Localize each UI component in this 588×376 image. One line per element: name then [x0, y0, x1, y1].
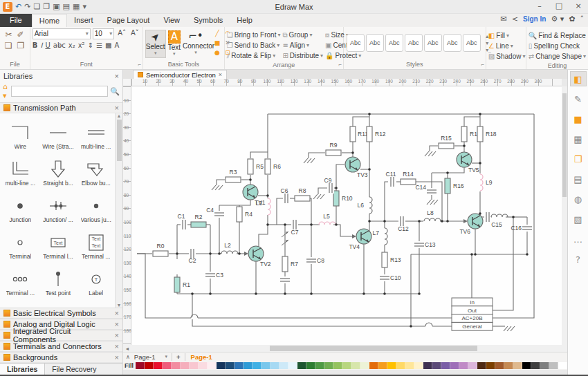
document-tab-close-icon[interactable]: ×	[219, 71, 222, 78]
maximize-button[interactable]: □	[549, 1, 569, 13]
color-swatch[interactable]	[199, 362, 208, 369]
color-swatch[interactable]	[486, 362, 495, 369]
page-selector[interactable]: Page-1▾	[134, 353, 172, 361]
sign-in-link[interactable]: Sign In	[523, 15, 546, 23]
color-swatch[interactable]	[549, 362, 558, 369]
font-format-9[interactable]: A	[114, 41, 119, 49]
arrange-rotate-flip[interactable]: ⫽Rotate & Flip▾	[227, 51, 281, 61]
color-swatch[interactable]	[306, 362, 315, 369]
color-swatch[interactable]	[324, 362, 333, 369]
color-swatch[interactable]	[414, 362, 423, 369]
library-item-various-ju[interactable]: Various ju...	[77, 188, 115, 225]
font-dialog-launcher[interactable]: ⌐	[138, 62, 141, 68]
vertical-scrollbar[interactable]	[562, 86, 567, 345]
share-icon[interactable]: <	[512, 15, 518, 24]
color-swatch[interactable]	[270, 362, 279, 369]
section-header-backgrounds[interactable]: Backgrounds×	[0, 352, 122, 363]
snapshot-icon[interactable]: ▦	[73, 2, 80, 11]
styles-dialog-launcher[interactable]: ⌐	[481, 62, 484, 68]
scroll-left-icon[interactable]: ◄	[123, 346, 131, 351]
library-item-transmiss[interactable]: Transmiss...	[1, 298, 39, 308]
select-tool[interactable]: ➤Select▾	[145, 30, 166, 58]
edraw-logo[interactable]: E	[3, 2, 12, 12]
font-format-4[interactable]: x₂	[68, 41, 75, 49]
library-item-test-point[interactable]: Test point	[39, 261, 77, 298]
style-preset-5[interactable]: Abc	[424, 34, 442, 52]
rect-shape-icon[interactable]: ■	[212, 39, 222, 48]
color-swatch[interactable]	[522, 362, 531, 369]
style-preset-1[interactable]: Abc	[347, 34, 365, 52]
style-preset-4[interactable]: Abc	[405, 34, 423, 52]
color-swatch[interactable]	[495, 362, 504, 369]
color-swatch[interactable]	[181, 362, 190, 369]
section-close-icon[interactable]: ×	[115, 331, 119, 339]
spelling-check-button[interactable]: ▯Spelling Check	[529, 41, 586, 51]
color-swatch[interactable]	[217, 362, 226, 369]
color-swatch[interactable]	[423, 362, 432, 369]
find-replace-button[interactable]: 🔍Find & Replace	[529, 31, 586, 41]
color-swatch[interactable]	[315, 362, 324, 369]
close-button[interactable]: ×	[569, 1, 588, 13]
theme-pane-icon[interactable]: ◧	[570, 71, 587, 86]
color-swatch[interactable]	[244, 362, 252, 369]
text-tool[interactable]: AText▾	[168, 30, 181, 58]
color-swatch[interactable]	[235, 362, 244, 369]
font-name-select[interactable]: Arial▾	[33, 28, 91, 39]
library-item-junction[interactable]: Junction/ ...	[39, 188, 77, 225]
arrange-bring-to-front[interactable]: ❏Bring to Front▾	[227, 30, 281, 40]
hscroll-thumb[interactable]	[270, 346, 477, 351]
color-swatch[interactable]	[459, 362, 468, 369]
library-item-terminal[interactable]: TextTextTerminal ...	[77, 225, 115, 261]
font-format-1[interactable]: I	[40, 41, 42, 49]
color-swatch[interactable]	[288, 362, 297, 369]
horizontal-scrollbar[interactable]: ◄	[123, 345, 567, 352]
section-header-transmission-path[interactable]: Transmission Path ×	[0, 102, 122, 113]
section-close-icon[interactable]: ×	[115, 309, 119, 317]
color-swatch[interactable]	[513, 362, 522, 369]
tab-file[interactable]: File	[0, 14, 32, 27]
tab-symbols[interactable]: Symbols	[187, 14, 230, 27]
scroll-down-icon[interactable]: ▼	[117, 303, 122, 308]
color-swatch[interactable]	[163, 362, 172, 369]
note-pane-icon[interactable]: ▤	[570, 171, 587, 187]
arrange-send-to-back[interactable]: ❐Send to Back▾	[227, 41, 281, 50]
document-tab[interactable]: Semiconductor Electron ×	[133, 70, 227, 79]
color-swatch[interactable]	[351, 362, 360, 369]
library-item-transmiss[interactable]: Transmiss...	[39, 298, 77, 308]
cut-icon[interactable]: ✂	[3, 30, 13, 39]
grow-font-button[interactable]: A˄	[116, 28, 127, 39]
redo-icon[interactable]: ↷	[24, 2, 30, 11]
collapse-ribbon-icon[interactable]: ˄	[580, 15, 585, 24]
edraw-community-icon[interactable]: ✿	[569, 15, 575, 24]
font-format-8[interactable]: ▩	[105, 41, 111, 49]
library-item-terminal-l[interactable]: TextTerminal l...	[39, 225, 77, 261]
color-swatch[interactable]	[154, 362, 163, 369]
arrange-align[interactable]: ≡Align▾	[282, 41, 323, 50]
library-item-elbow-bu[interactable]: Elbow bu...	[77, 151, 115, 188]
style-preset-2[interactable]: Abc	[366, 34, 384, 52]
ellipse-shape-icon[interactable]: ●	[212, 49, 222, 58]
page-tab-active[interactable]: Page-1	[185, 353, 212, 361]
color-swatch[interactable]	[226, 362, 235, 369]
paste-icon[interactable]: ❐	[16, 41, 26, 50]
arrange-group[interactable]: ⧉Group▾	[282, 30, 323, 40]
arrange-distribute[interactable]: ⊞Distribute▾	[282, 51, 323, 61]
section-header-basic-electrical-symbols[interactable]: Basic Electrical Symbols×	[0, 308, 122, 319]
line-shape-icon[interactable]: ╱	[212, 30, 222, 39]
tab-view[interactable]: View	[156, 14, 187, 27]
copy-icon[interactable]: ❏	[3, 41, 14, 50]
circuit-schematic[interactable]: R5R6R11R12R17R18R7R13R10R16R1R4R0R2R3R8R…	[131, 86, 562, 345]
open-icon[interactable]: ❐	[43, 2, 50, 11]
qa-more-icon[interactable]: ▾	[82, 2, 86, 11]
picture-pane-icon[interactable]: ▦	[570, 131, 587, 147]
settings-gear-icon[interactable]: ⚙ ▾	[551, 15, 564, 24]
color-swatch[interactable]	[504, 362, 513, 369]
color-swatch[interactable]	[396, 362, 405, 369]
format-painter-icon[interactable]: ✐	[16, 30, 26, 39]
tab-insert[interactable]: Insert	[67, 14, 100, 27]
font-format-3[interactable]: ab̶c	[53, 41, 66, 49]
tab-home[interactable]: Home	[32, 14, 67, 27]
format-pane-icon[interactable]: ✎	[570, 91, 587, 106]
color-swatch[interactable]	[441, 362, 450, 369]
color-swatch[interactable]	[405, 362, 414, 369]
